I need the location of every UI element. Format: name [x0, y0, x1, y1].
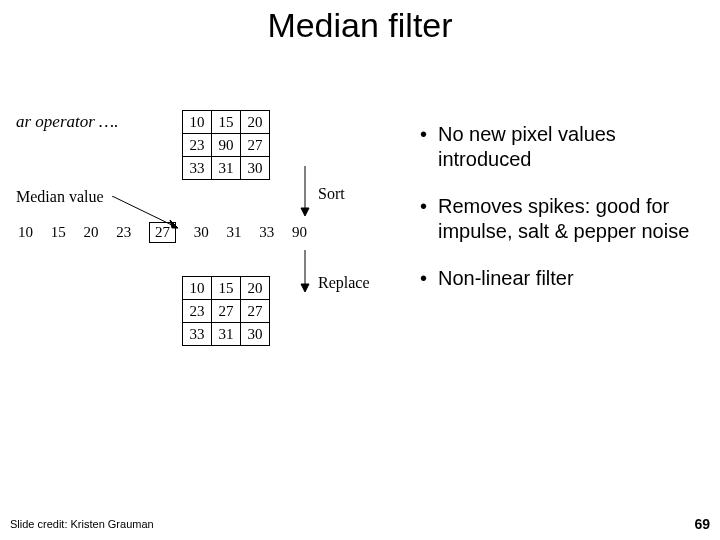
cell: 90 [212, 134, 241, 157]
slide-credit: Slide credit: Kristen Grauman [10, 518, 154, 530]
bullet-item: No new pixel values introduced [420, 122, 700, 172]
cell: 30 [241, 157, 270, 180]
sorted-value: 31 [227, 224, 242, 241]
median-value-label: Median value [16, 188, 104, 206]
cell: 27 [241, 300, 270, 323]
sorted-value: 30 [194, 224, 209, 241]
cell: 20 [241, 277, 270, 300]
cell: 20 [241, 111, 270, 134]
cell: 15 [212, 277, 241, 300]
bullet-list: No new pixel values introduced Removes s… [420, 122, 700, 313]
svg-marker-5 [301, 284, 309, 292]
bullet-item: Non-linear filter [420, 266, 700, 291]
cell: 31 [212, 157, 241, 180]
svg-marker-3 [301, 208, 309, 216]
cell: 30 [241, 323, 270, 346]
sorted-value: 20 [84, 224, 99, 241]
cell: 23 [183, 300, 212, 323]
sorted-value: 33 [259, 224, 274, 241]
cell: 33 [183, 323, 212, 346]
replace-arrow-icon [298, 250, 312, 294]
sorted-value: 10 [18, 224, 33, 241]
sorted-value: 15 [51, 224, 66, 241]
cell: 31 [212, 323, 241, 346]
bullet-item: Removes spikes: good for impulse, salt &… [420, 194, 700, 244]
cell: 33 [183, 157, 212, 180]
sorted-row: 10 15 20 23 27 30 31 33 90 [18, 222, 321, 243]
cell: 10 [183, 111, 212, 134]
grid-before: 10 15 20 23 90 27 33 31 30 [182, 110, 270, 180]
replace-label: Replace [318, 274, 370, 292]
cell: 23 [183, 134, 212, 157]
cell: 10 [183, 277, 212, 300]
sorted-median-value: 27 [149, 222, 176, 243]
cell: 15 [212, 111, 241, 134]
grid-after: 10 15 20 23 27 27 33 31 30 [182, 276, 270, 346]
sorted-value: 23 [116, 224, 131, 241]
slide: Median filter No new pixel values introd… [0, 0, 720, 540]
sort-arrow-icon [298, 166, 312, 218]
operator-label: ar operator …. [16, 112, 118, 132]
sort-label: Sort [318, 185, 345, 203]
page-number: 69 [694, 516, 710, 532]
cell: 27 [212, 300, 241, 323]
cell: 27 [241, 134, 270, 157]
sorted-value: 90 [292, 224, 307, 241]
slide-title: Median filter [0, 6, 720, 45]
